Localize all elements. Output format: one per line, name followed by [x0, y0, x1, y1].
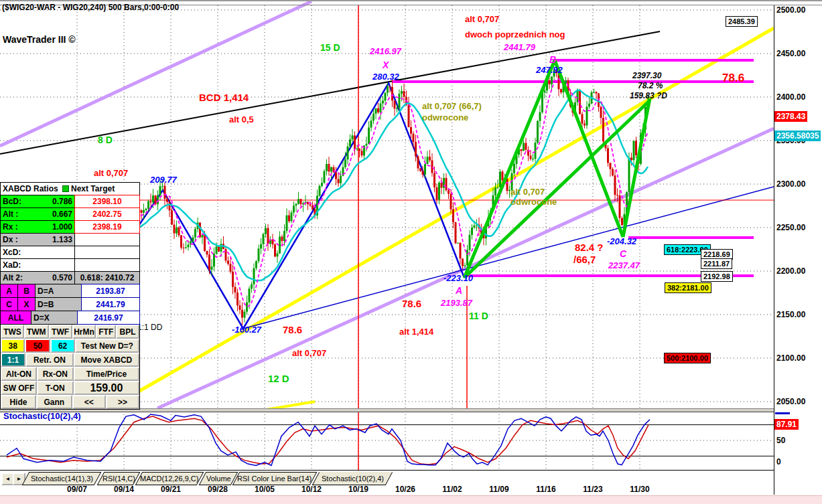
ratio-label: XaD: — [3, 260, 21, 270]
stochastic-chart — [0, 408, 774, 471]
d-value: 2441.79 — [81, 297, 140, 311]
price-axis-label: 2500.00 — [776, 5, 805, 15]
panel-button-hide[interactable]: Hide — [1, 395, 36, 409]
panel-button-hrmn[interactable]: HrMn — [72, 325, 96, 339]
chart-annotation: dwoch poprzednich nog — [465, 30, 565, 39]
indicator-tab-rsi-color-line-bar-14-[interactable]: RSI Color Line Bar(14) — [232, 472, 318, 485]
ratio-row: XaD: — [1, 259, 139, 272]
panel-button-sw-off[interactable]: SW OFF — [1, 381, 37, 395]
point-button[interactable]: B — [18, 284, 36, 297]
panel-button-row: SW OFFT-ON159.00 — [1, 381, 139, 395]
ratio-value: 0.570 — [52, 273, 72, 282]
panel-button-twm[interactable]: TWM — [24, 325, 49, 339]
price-axis-label: 2300.00 — [776, 179, 805, 189]
point-button[interactable]: ALL — [1, 311, 31, 324]
chart-annotation: 78.6 — [402, 299, 421, 309]
panel-button-ftf[interactable]: FTF — [96, 325, 116, 339]
indicator-tab-volume[interactable]: Volume — [199, 472, 238, 485]
date-axis-label: 11/30 — [630, 485, 649, 494]
d-label: D=B — [36, 298, 82, 311]
price-level-badge: 2211.87 — [701, 258, 732, 269]
date-axis-label: 11/23 — [583, 485, 602, 494]
chart-annotation: 82.4 ? — [575, 242, 604, 252]
tab-label: RSI Color Line Bar(14) — [237, 475, 312, 483]
chart-annotation: alt 1,414 — [399, 327, 433, 336]
panel-button-38[interactable]: 38 — [1, 339, 25, 353]
date-axis-label: 09/07 — [67, 485, 87, 494]
panel-button-row: 385062Test New D=? — [1, 339, 139, 353]
chart-annotation: 78.6 — [283, 325, 302, 335]
next-target-value: 2398.19 — [74, 220, 140, 234]
chart-annotation: -223.10 — [443, 274, 473, 282]
panel-button-bpl[interactable]: BPL — [116, 325, 139, 339]
price-level-badge: 2485.39 — [726, 16, 758, 27]
chart-annotation: 1:1 DD — [137, 323, 162, 331]
point-button[interactable]: X — [18, 298, 36, 311]
date-axis-label: 10/19 — [348, 485, 368, 494]
panel-button-retr-on[interactable]: Retr. ON — [25, 353, 74, 367]
price-axis-label: 2400.00 — [776, 92, 805, 102]
indicator-tab-macd-12-26-9-c-[interactable]: MACD(12,26,9,C) — [135, 472, 204, 485]
panel-button-test-new-d-[interactable]: Test New D=? — [75, 339, 139, 353]
date-axis-label: 09/21 — [161, 485, 181, 494]
chart-annotation: 247.92 — [536, 66, 563, 74]
green-square-icon — [62, 183, 69, 195]
next-target-value: 0.618: 2410.72 — [75, 272, 139, 284]
panel-button-1-1[interactable]: 1:1 — [1, 353, 25, 367]
panel-button-rx-on[interactable]: Rx-ON — [37, 367, 74, 381]
panel-button-159-00[interactable]: 159.00 — [74, 381, 139, 395]
chart-annotation: C — [620, 249, 626, 258]
d-point-row: ALLD=X2416.97 — [1, 311, 139, 325]
panel-button-gann[interactable]: Gann — [36, 395, 72, 409]
chart-annotation: 78.6 — [722, 72, 744, 84]
ratio-label: Rx : — [3, 222, 18, 232]
date-axis-label: 11/09 — [489, 485, 508, 494]
ratio-row: Rx :1.0002398.19 — [1, 221, 139, 234]
stoch-blue-line — [7, 414, 650, 465]
chart-annotation: alt 0,707 — [510, 187, 545, 196]
chart-annotation: alt 0,5 — [229, 115, 254, 124]
point-button[interactable]: A — [1, 284, 18, 297]
next-target-value — [75, 259, 139, 271]
tab-label: RSI(14,C) — [102, 475, 135, 483]
tab-label: MACD(12,26,9,C) — [140, 475, 198, 483]
date-axis-label: 09/14 — [114, 485, 134, 494]
panel-button-t-on[interactable]: T-ON — [37, 381, 74, 395]
panel-button--[interactable]: << — [72, 395, 106, 409]
date-axis-label: 10/26 — [395, 485, 415, 494]
d-point-row: ABD=A2193.87 — [1, 284, 139, 298]
panel-button-62[interactable]: 62 — [50, 339, 74, 353]
chart-annotation: odwrocone — [510, 197, 557, 206]
panel-button-tws[interactable]: TWS — [1, 325, 24, 339]
date-axis-label: 09/28 — [208, 485, 228, 494]
stoch-axis-marker — [775, 412, 790, 414]
date-axis-label: 11/02 — [442, 485, 462, 494]
point-button[interactable]: C — [1, 298, 18, 311]
left-arrow-icon: ◄ — [5, 476, 11, 482]
date-axis-label: 11/16 — [536, 485, 555, 494]
chart-annotation: 2193.87 — [441, 299, 472, 307]
indicator-tab-stochastic-10-2-4-[interactable]: Stochastic(10(2),4) — [312, 472, 393, 485]
panel-button--[interactable]: >> — [106, 395, 139, 409]
panel-button-time-price[interactable]: Time/Price — [74, 367, 139, 381]
chart-annotation: A — [456, 286, 462, 295]
panel-button-row: HideGann<<>> — [1, 395, 139, 409]
chart-annotation: 12 D — [268, 373, 289, 384]
panel-button-twf[interactable]: TWF — [49, 325, 72, 339]
price-axis-label: 2150.00 — [776, 310, 805, 319]
ratio-value: 1.133 — [52, 235, 72, 244]
chart-annotation: 15 D — [320, 43, 340, 52]
panel-button-move-xabcd[interactable]: Move XABCD — [74, 353, 139, 367]
green-pattern-line — [464, 60, 555, 278]
chart-annotation: 209.77 — [150, 175, 177, 184]
panel-button-alt-on[interactable]: Alt-ON — [1, 367, 37, 381]
d-value: 2416.97 — [77, 311, 140, 325]
green-pattern-line — [623, 98, 650, 237]
ratio-label: BcD: — [3, 197, 21, 206]
chart-annotation: 78.2 % — [638, 82, 663, 90]
panel-button-50[interactable]: 50 — [25, 339, 50, 353]
indicator-tab-rsi-14-c-[interactable]: RSI(14,C) — [97, 472, 141, 485]
violet-channel-lower — [157, 129, 774, 408]
indicator-tab-stochastic-14-1-3-[interactable]: Stochastic(14(1),3) — [22, 472, 102, 485]
panel-header: XABCD Ratios Next Target — [1, 183, 139, 195]
